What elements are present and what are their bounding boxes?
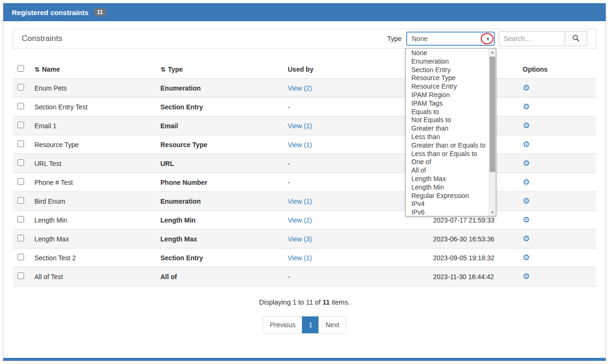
pagination: Previous 1 Next [13,316,596,347]
search-input[interactable] [499,31,565,46]
gear-icon[interactable]: ⚙ [523,178,530,187]
bottom-accent-bar [3,358,606,361]
cell-type: Resource Type [157,135,284,154]
cell-name: Phone # Test [31,173,157,192]
dropdown-option[interactable]: IPAM Region [406,91,489,99]
dropdown-option[interactable]: Less than or Equals to [406,150,489,158]
gear-icon[interactable]: ⚙ [523,140,530,149]
select-all-checkbox[interactable] [17,65,24,72]
row-checkbox[interactable] [17,141,24,147]
dropdown-option[interactable]: Greater than [406,124,489,133]
chevron-down-icon[interactable]: ▾ [486,36,489,42]
cell-used-by: View (3) [284,230,429,248]
cell-name: Length Max [31,230,157,248]
cell-type: URL [157,154,284,173]
dropdown-option[interactable]: Length Max [406,175,489,183]
used-by-view-link[interactable]: View (3) [288,235,312,243]
sort-icon[interactable]: ⇅ [34,66,40,73]
used-by-view-link[interactable]: View (2) [288,84,312,92]
table-header-row: ⇅Name ⇅Type Used by Options [13,60,596,79]
dropdown-option[interactable]: Greater than or Equals to [406,141,489,150]
row-checkbox[interactable] [17,122,24,128]
used-by-view-link[interactable]: View (1) [288,198,312,205]
row-checkbox[interactable] [17,273,24,279]
gear-icon[interactable]: ⚙ [523,159,530,168]
results-summary: Displaying 1 to 11 of 11 items. [13,298,596,306]
dropdown-option[interactable]: Resource Entry [406,83,489,91]
gear-icon[interactable]: ⚙ [523,102,530,111]
table-body: Enum PetsEnumerationView (2)⚙Section Ent… [13,79,596,286]
dropdown-option[interactable]: Equals to [406,108,489,116]
type-filter-dropdown: NoneEnumerationSection EntryResource Typ… [405,48,496,216]
dropdown-option[interactable]: IPv6 [406,208,489,216]
cell-used-by: View (1) [284,248,429,267]
scroll-down-icon[interactable]: ▼ [489,209,496,216]
table-row: Resource TypeResource TypeView (1)⚙ [13,135,596,154]
type-filter-select[interactable]: None ▾ NoneEnumerationSection EntryResou… [406,32,495,46]
row-checkbox[interactable] [17,235,24,241]
column-header-options: Options [519,60,596,79]
gear-icon[interactable]: ⚙ [523,121,530,130]
cell-type: Length Max [157,230,284,248]
used-by-view-link[interactable]: View (1) [288,122,312,130]
page-1-button[interactable]: 1 [302,316,319,333]
scroll-up-icon[interactable]: ▲ [489,49,496,56]
page-header: Registered constraints 11 [3,3,606,21]
dropdown-option[interactable]: All of [406,166,489,175]
gear-icon[interactable]: ⚙ [523,234,530,243]
table-row: All of TestAll of-2023-11-30 16:44:42⚙ [13,267,596,286]
dropdown-option[interactable]: Section Entry [406,66,489,74]
gear-icon[interactable]: ⚙ [523,253,530,262]
cell-type: Phone Number [157,173,284,192]
dropdown-option[interactable]: None [406,49,489,58]
table-row: Phone # TestPhone Number-⚙ [13,173,596,192]
column-header-name[interactable]: ⇅Name [31,60,157,79]
dropdown-option[interactable]: Not Equals to [406,116,489,124]
gear-icon[interactable]: ⚙ [523,197,530,206]
table-row: Section Test 2Section EntryView (1)2023-… [13,248,596,267]
dropdown-option[interactable]: Less than [406,133,489,141]
constraints-table: ⇅Name ⇅Type Used by Options Enum PetsEnu… [13,60,596,286]
scrollbar-thumb[interactable] [490,57,495,172]
row-checkbox[interactable] [17,103,24,109]
gear-icon[interactable]: ⚙ [523,215,530,224]
column-header-type[interactable]: ⇅Type [157,60,284,79]
gear-icon[interactable]: ⚙ [523,272,530,281]
previous-page-button[interactable]: Previous [263,316,302,333]
dropdown-option[interactable]: IPAM Tags [406,99,489,108]
gear-icon[interactable]: ⚙ [523,83,530,92]
row-checkbox[interactable] [17,178,24,185]
dropdown-option[interactable]: Length Min [406,183,489,192]
search-button[interactable] [565,31,587,46]
dropdown-option[interactable]: Resource Type [406,74,489,83]
row-checkbox[interactable] [17,197,24,204]
dropdown-option-list: NoneEnumerationSection EntryResource Typ… [406,49,489,216]
used-by-view-link[interactable]: View (2) [288,216,312,224]
cell-name: Email 1 [31,116,157,135]
table-row: Length MaxLength MaxView (3)2023-06-30 1… [13,230,596,248]
next-page-button[interactable]: Next [318,316,346,333]
cell-type: Email [157,116,284,135]
table-row: URL TestURL-⚙ [13,154,596,173]
cell-type: Section Entry [157,248,284,267]
used-by-view-link[interactable]: View (1) [288,254,312,262]
row-checkbox[interactable] [17,159,24,166]
table-row: Bird EnumEnumerationView (1)⚙ [13,192,596,211]
dropdown-option[interactable]: Enumeration [406,58,489,66]
total-count: 11 [323,298,330,306]
dropdown-scrollbar[interactable]: ▲ ▼ [489,49,496,216]
dropdown-option[interactable]: IPv4 [406,200,489,208]
sort-icon[interactable]: ⇅ [160,66,166,73]
row-checkbox[interactable] [17,216,24,223]
search-icon [572,34,580,43]
cell-used-by: - [284,267,429,286]
cell-name: Section Entry Test [31,98,157,116]
dropdown-option[interactable]: Regular Expression [406,192,489,200]
dropdown-option[interactable]: One of [406,158,489,166]
page-title: Registered constraints [12,8,89,17]
used-by-view-link[interactable]: View (1) [288,141,312,149]
table-row: Email 1EmailView (1)⚙ [13,116,596,135]
cell-name: Length Min [31,211,157,230]
row-checkbox[interactable] [17,254,24,260]
row-checkbox[interactable] [17,84,24,91]
